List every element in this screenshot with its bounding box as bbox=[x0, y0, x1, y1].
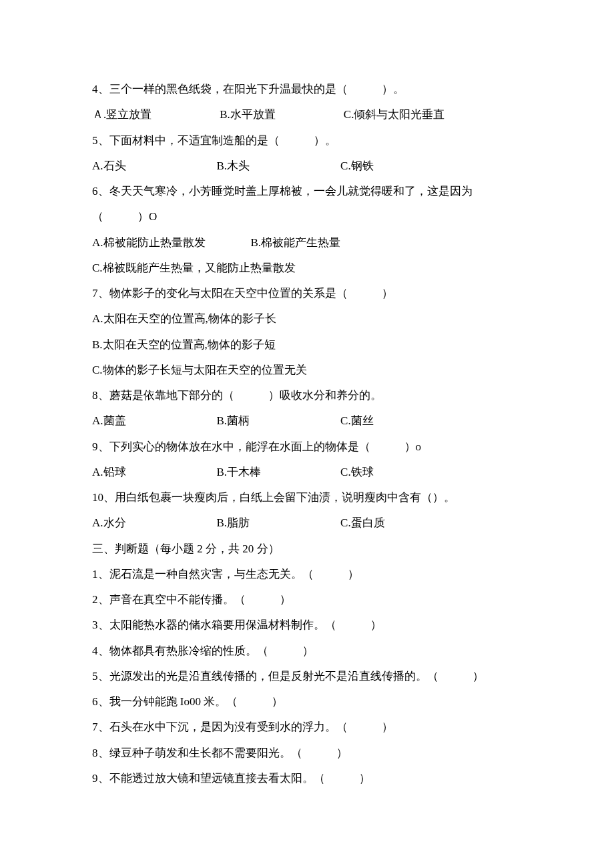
question-10-options: A.水分 B.脂肪 C.蛋白质 bbox=[92, 510, 527, 536]
judge-item-5: 5、光源发出的光是沿直线传播的，但是反射光不是沿直线传播的。（ ） bbox=[92, 664, 527, 689]
judge-item-4: 4、物体都具有热胀冷缩的性质。（ ） bbox=[92, 638, 527, 664]
question-7-option-a: A.太阳在天空的位置高,物体的影子长 bbox=[92, 306, 527, 332]
question-5-text: 5、下面材料中，不适宜制造船的是（ ）。 bbox=[92, 128, 527, 153]
question-4-text: 4、三个一样的黑色纸袋，在阳光下升温最快的是（ ）。 bbox=[92, 77, 527, 102]
question-7-option-c: C.物体的影子长短与太阳在天空的位置无关 bbox=[92, 358, 527, 383]
judge-item-8: 8、绿豆种子萌发和生长都不需要阳光。（ ） bbox=[92, 741, 527, 766]
section-3-heading: 三、判断题（每小题 2 分，共 20 分） bbox=[92, 536, 527, 562]
question-6-option-c: C.棉被既能产生热量，又能防止热量散发 bbox=[92, 256, 527, 281]
judge-item-7: 7、石头在水中下沉，是因为没有受到水的浮力。（ ） bbox=[92, 715, 527, 740]
question-9-options: A.铅球 B.干木棒 C.铁球 bbox=[92, 460, 527, 485]
question-10-text: 10、用白纸包裹一块瘦肉后，白纸上会留下油渍，说明瘦肉中含有（）。 bbox=[92, 485, 527, 510]
question-6-text-2: （ ）O bbox=[92, 204, 527, 230]
question-7-text: 7、物体影子的变化与太阳在天空中位置的关系是（ ） bbox=[92, 281, 527, 306]
question-6-text-1: 6、冬天天气寒冷，小芳睡觉时盖上厚棉被，一会儿就觉得暖和了，这是因为 bbox=[92, 179, 527, 204]
judge-item-2: 2、声音在真空中不能传播。（ ） bbox=[92, 587, 527, 612]
question-7-option-b: B.太阳在天空的位置高,物体的影子短 bbox=[92, 332, 527, 358]
judge-item-6: 6、我一分钟能跑 Io00 米。（ ） bbox=[92, 689, 527, 715]
question-9-text: 9、下列实心的物体放在水中，能浮在水面上的物体是（ ）o bbox=[92, 434, 527, 460]
exam-page: 4、三个一样的黑色纸袋，在阳光下升温最快的是（ ）。 Ａ.竖立放置 B.水平放置… bbox=[0, 0, 614, 858]
judge-item-3: 3、太阳能热水器的储水箱要用保温材料制作。（ ） bbox=[92, 612, 527, 638]
question-8-options: A.菌盖 B.菌柄 C.菌丝 bbox=[92, 408, 527, 434]
judge-item-9: 9、不能透过放大镜和望远镜直接去看太阳。（ ） bbox=[92, 766, 527, 791]
judge-item-1: 1、泥石流是一种自然灾害，与生态无关。（ ） bbox=[92, 562, 527, 587]
question-5-options: A.石头 B.木头 C.钢铁 bbox=[92, 153, 527, 179]
question-6-option-ab: A.棉被能防止热量散发 B.棉被能产生热量 bbox=[92, 230, 527, 256]
question-4-options: Ａ.竖立放置 B.水平放置 C.倾斜与太阳光垂直 bbox=[92, 102, 527, 127]
question-8-text: 8、蘑菇是依靠地下部分的（ ）吸收水分和养分的。 bbox=[92, 383, 527, 408]
